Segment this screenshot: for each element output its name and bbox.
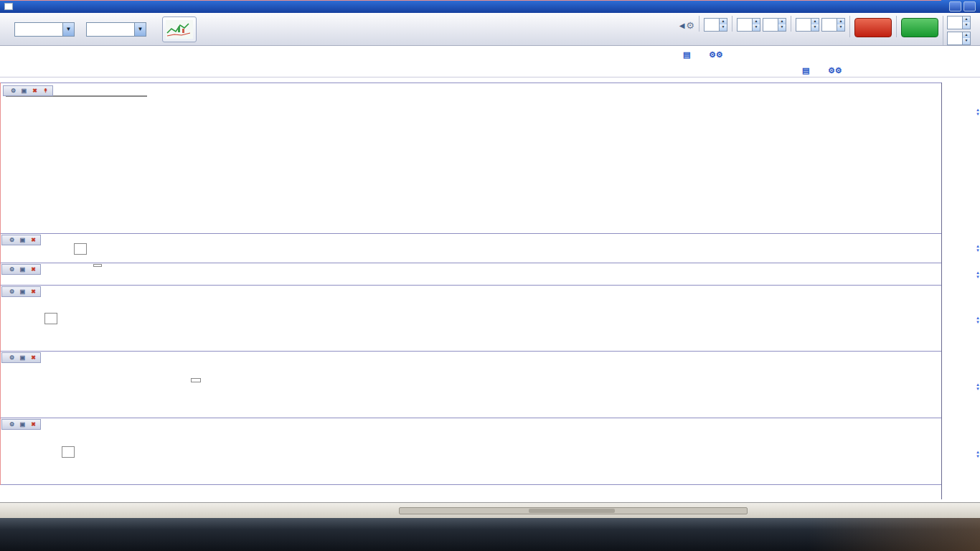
stochastic-panel-header[interactable]: ⚙ ▣ ✖ bbox=[1, 264, 41, 275]
buy-mkt-button[interactable] bbox=[901, 18, 938, 37]
close-icon[interactable]: ✖ bbox=[29, 237, 37, 243]
sell-mkt-button[interactable] bbox=[854, 18, 892, 37]
orders-gear-icon[interactable]: ⚙⚙ bbox=[709, 50, 723, 60]
qty-value[interactable] bbox=[705, 19, 719, 31]
trading-platform-window: ▼ ▼ ◀ ⚙ ▲▼ bbox=[0, 0, 980, 551]
target-stepper[interactable]: ▲▼ bbox=[947, 32, 971, 45]
main-toolbar: ▼ ▼ ◀ ⚙ ▲▼ bbox=[0, 13, 980, 46]
qty-spinner-arrows[interactable]: ▲▼ bbox=[719, 19, 727, 31]
orders-doc-icon[interactable]: ▤ bbox=[683, 50, 690, 60]
rsi-legend bbox=[62, 446, 75, 458]
panel-separator bbox=[0, 285, 941, 286]
panel-separator bbox=[0, 83, 941, 83]
volume-panel-header[interactable]: ⚙ ▣ ✖ bbox=[1, 235, 41, 245]
chart-scrollbar[interactable] bbox=[399, 507, 748, 514]
macd-panel-header[interactable]: ⚙ ▣ ✖ bbox=[1, 352, 41, 363]
panel-scroll-arrows[interactable]: ▲▼ bbox=[975, 244, 980, 253]
rsi-panel-header[interactable]: ⚙ ▣ ✖ bbox=[1, 419, 41, 430]
window-icon[interactable]: ▣ bbox=[19, 421, 27, 428]
panel-separator bbox=[0, 418, 941, 418]
panel-scroll-arrows[interactable]: ▲▼ bbox=[975, 270, 980, 279]
portfolio-info-row: ▤ ⚙⚙ bbox=[0, 50, 980, 62]
chart-pattern-button[interactable] bbox=[162, 17, 197, 42]
wrench-icon[interactable]: ⚙ bbox=[8, 266, 16, 273]
stop-target-column: ▲▼ ▲▼ bbox=[943, 16, 977, 45]
chevron-down-icon[interactable]: ▼ bbox=[134, 23, 146, 36]
stop-price-stepper-1[interactable]: ▲▼ bbox=[796, 18, 819, 32]
panel-scroll-arrows[interactable]: ▲▼ bbox=[975, 382, 980, 391]
close-icon[interactable]: ✖ bbox=[31, 88, 39, 94]
wrench-icon[interactable]: ⚙ bbox=[8, 237, 16, 243]
wrench-icon[interactable]: ⚙ bbox=[9, 88, 17, 94]
panel-scroll-arrows[interactable]: ▲▼ bbox=[975, 316, 980, 324]
stop-column: ▲▼ ▲▼ bbox=[791, 16, 849, 32]
minimize-button[interactable] bbox=[949, 1, 961, 11]
close-icon[interactable]: ✖ bbox=[29, 421, 37, 428]
panel-separator bbox=[0, 263, 941, 263]
pattern-thumbnail bbox=[166, 20, 193, 39]
price-chart[interactable] bbox=[0, 83, 941, 233]
bandwidth-panel-header[interactable]: ⚙ ▣ ✖ bbox=[1, 286, 41, 297]
price-panel-header[interactable]: ⚙ ▣ ✖ ↟ bbox=[3, 85, 53, 96]
wrench-icon[interactable]: ⚙ bbox=[8, 354, 16, 361]
bandwidth-chart[interactable] bbox=[0, 285, 941, 351]
time-axis bbox=[0, 485, 941, 501]
close-icon[interactable]: ✖ bbox=[29, 288, 37, 295]
order-settings-icon[interactable]: ⚙ bbox=[686, 20, 694, 31]
limit-price-stepper-1[interactable]: ▲▼ bbox=[737, 18, 760, 32]
position-doc-icon[interactable]: ▤ bbox=[802, 66, 809, 75]
gains-info-row: ▤ ⚙⚙ bbox=[0, 66, 980, 77]
timeframe-dropdown[interactable]: ▼ bbox=[86, 22, 146, 37]
macd-chart[interactable] bbox=[0, 351, 941, 418]
window-icon[interactable]: ▣ bbox=[19, 237, 27, 243]
stochastic-k-value-box bbox=[93, 264, 102, 267]
bandwidth-legend bbox=[44, 313, 57, 324]
panel-scroll-arrows[interactable]: ▲▼ bbox=[975, 450, 980, 458]
stop-loss-stepper[interactable]: ▲▼ bbox=[947, 16, 971, 29]
qty-stepper[interactable]: ▲▼ bbox=[704, 18, 727, 32]
stochastic-d-legend bbox=[40, 274, 52, 284]
window-icon[interactable]: ▣ bbox=[19, 266, 27, 273]
detach-icon[interactable]: ↟ bbox=[42, 88, 50, 94]
wallpaper-edge bbox=[808, 518, 980, 551]
window-icon[interactable]: ▣ bbox=[20, 88, 28, 94]
window-icon[interactable]: ▣ bbox=[19, 354, 27, 361]
close-icon[interactable]: ✖ bbox=[29, 266, 37, 273]
chart-status-bar bbox=[0, 502, 980, 518]
volume-chart[interactable] bbox=[0, 233, 941, 263]
panel-separator bbox=[0, 233, 941, 234]
order-entry-panel: ◀ ⚙ ▲▼ ▲▼ ▲▼ ▲▼ ▲▼ bbox=[679, 14, 977, 45]
stochastic-chart[interactable] bbox=[0, 263, 941, 285]
close-icon[interactable]: ✖ bbox=[29, 354, 37, 361]
window-icon[interactable]: ▣ bbox=[19, 288, 27, 295]
window-titlebar bbox=[0, 0, 980, 13]
panel-separator bbox=[0, 351, 941, 352]
wrench-icon[interactable]: ⚙ bbox=[8, 421, 16, 428]
sell-column bbox=[849, 16, 896, 37]
stop-price-stepper-2[interactable]: ▲▼ bbox=[821, 18, 845, 32]
restore-button[interactable] bbox=[963, 1, 976, 11]
chevron-down-icon[interactable]: ▼ bbox=[62, 23, 74, 36]
rsi-chart[interactable] bbox=[0, 418, 941, 484]
app-icon bbox=[4, 3, 13, 10]
limit-price-stepper-2[interactable]: ▲▼ bbox=[763, 18, 786, 32]
macd-legend bbox=[191, 378, 201, 382]
limit-column: ▲▼ ▲▼ bbox=[732, 16, 791, 32]
wrench-icon[interactable]: ⚙ bbox=[8, 288, 16, 295]
position-gear-icon[interactable]: ⚙⚙ bbox=[828, 66, 842, 75]
panel-scroll-arrows[interactable]: ▲▼ bbox=[975, 108, 980, 116]
crosshair-horizontal-line bbox=[0, 0, 941, 1]
collapse-panel-icon[interactable]: ◀ bbox=[679, 22, 685, 29]
windows-taskbar bbox=[0, 518, 980, 551]
volume-legend bbox=[74, 243, 87, 255]
qty-column: ▲▼ bbox=[699, 16, 732, 32]
scrollbar-thumb[interactable] bbox=[529, 509, 615, 513]
buy-column bbox=[896, 16, 943, 37]
price-axis-strip: ▲▼ ▲▼ ▲▼ ▲▼ ▲▼ ▲▼ bbox=[941, 83, 980, 499]
crosshair-vertical-line bbox=[0, 83, 1, 485]
units-dropdown[interactable]: ▼ bbox=[14, 22, 75, 37]
